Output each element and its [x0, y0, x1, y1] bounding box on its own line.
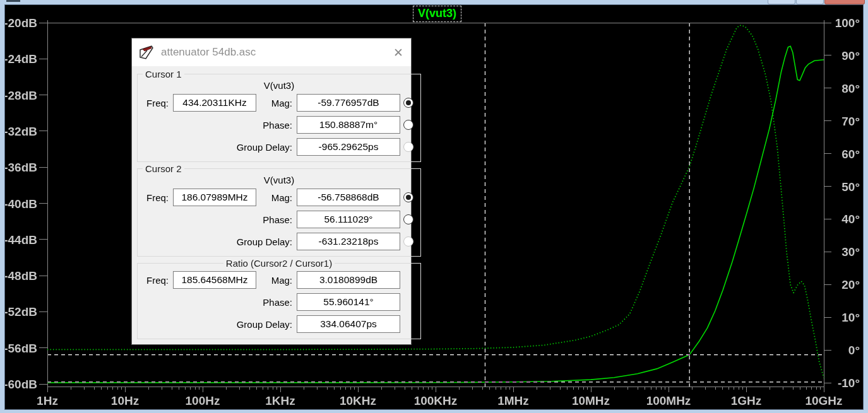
cursor1-freq-value[interactable]: 434.20311KHz [173, 94, 256, 112]
cursor1-mag-radio[interactable] [403, 98, 413, 108]
mag-label: Mag: [256, 192, 297, 203]
right-axis-tick-label[interactable]: 50° [841, 180, 860, 194]
left-axis-tick-label[interactable]: -56dB [5, 342, 37, 355]
right-axis-tick-label[interactable]: 100° [835, 16, 860, 30]
x-axis-tick-label[interactable]: 10KHz [340, 394, 376, 407]
window-minimize-button[interactable] [768, 0, 795, 4]
cursor2-group: Cursor 2 V(vut3) Freq: 186.07989MHz Mag:… [137, 163, 421, 257]
ratio-freq-value[interactable]: 185.64568MHz [173, 271, 256, 289]
group-delay-label: Group Delay: [144, 319, 297, 330]
freq-label: Freq: [144, 98, 173, 108]
cursor1-trace-name: V(vut3) [141, 80, 417, 91]
cursor2-caption: Cursor 2 [143, 163, 184, 174]
mag-label: Mag: [256, 98, 297, 108]
cursor-dialog: attenuator 54db.asc ✕ Cursor 1 V(vut3) F… [131, 38, 412, 345]
cursor2-group-delay-radio[interactable] [403, 236, 413, 247]
dialog-title: attenuator 54db.asc [161, 46, 393, 59]
ratio-caption: Ratio (Cursor2 / Cursor1) [223, 258, 335, 269]
right-axis-tick-label[interactable]: 70° [841, 115, 860, 128]
dialog-close-icon[interactable]: ✕ [393, 47, 403, 59]
cursor2-group-delay-value[interactable]: -631.23218ps [297, 233, 400, 250]
right-axis-tick-label[interactable]: 30° [841, 245, 860, 259]
cursor1-caption: Cursor 1 [143, 69, 184, 79]
right-axis-tick-label[interactable]: 80° [841, 82, 860, 95]
mag-label: Mag: [256, 275, 297, 286]
cursor2-mag-value[interactable]: -56.758868dB [297, 189, 400, 206]
ratio-group: Ratio (Cursor2 / Cursor1) Freq: 185.6456… [137, 258, 421, 339]
group-delay-label: Group Delay: [144, 142, 297, 153]
cursor2-phase-radio[interactable] [403, 214, 413, 224]
cursor2-trace-name: V(vut3) [141, 175, 417, 185]
right-axis-tick-label[interactable]: 10° [841, 311, 860, 324]
left-axis-tick-label[interactable]: -44dB [5, 233, 37, 247]
x-axis-tick-label[interactable]: 1MHz [497, 394, 529, 407]
ltspice-window: -20dB-24dB-28dB-32dB-36dB-40dB-44dB-48dB… [0, 0, 868, 413]
cursor1-phase-radio[interactable] [403, 120, 413, 130]
x-axis-tick-label[interactable]: 1Hz [37, 394, 58, 407]
x-axis-tick-label[interactable]: 100Hz [186, 394, 220, 407]
right-axis-tick-label[interactable]: 40° [841, 212, 860, 226]
right-axis-tick-label[interactable]: 90° [841, 49, 860, 62]
left-axis-tick-label[interactable]: -20dB [5, 16, 37, 30]
dialog-body: Cursor 1 V(vut3) Freq: 434.20311KHz Mag:… [132, 66, 411, 344]
left-axis-tick-label[interactable]: -48dB [5, 269, 37, 282]
x-axis-tick-label[interactable]: 100KHz [414, 394, 458, 407]
x-axis-tick-label[interactable]: 100MHz [646, 394, 691, 407]
left-axis-tick-label[interactable]: -60dB [5, 378, 37, 391]
right-axis-tick-label[interactable]: -10° [838, 376, 860, 390]
left-axis-tick-label[interactable]: -36dB [5, 161, 37, 174]
freq-label: Freq: [144, 192, 173, 203]
left-axis-tick-label[interactable]: -40dB [5, 197, 37, 211]
x-axis-tick-label[interactable]: 1KHz [265, 394, 295, 407]
cursor2-mag-radio[interactable] [403, 192, 413, 202]
cursor1-phase-value[interactable]: 150.88887m° [297, 116, 400, 134]
trace-title-label[interactable]: V(vut3) [413, 6, 461, 22]
cursor1-group-delay-value[interactable]: -965.29625ps [297, 138, 400, 156]
right-axis-tick-label[interactable]: 60° [841, 148, 860, 161]
x-axis-tick-label[interactable]: 10Hz [111, 394, 139, 407]
group-delay-label: Group Delay: [144, 236, 297, 247]
phase-label: Phase: [256, 120, 297, 131]
cursor2-phase-value[interactable]: 56.111029° [297, 211, 400, 228]
x-axis-tick-label[interactable]: 10GHz [805, 394, 842, 407]
window-caption-remnant [6, 0, 20, 2]
ratio-mag-value[interactable]: 3.0180899dB [297, 271, 400, 289]
x-axis-tick-label[interactable]: 1GHz [731, 394, 762, 407]
dialog-titlebar[interactable]: attenuator 54db.asc ✕ [132, 38, 411, 66]
x-axis-tick-label[interactable]: 10MHz [572, 394, 610, 407]
cursor1-group-delay-radio[interactable] [403, 142, 413, 152]
ratio-group-delay-value[interactable]: 334.06407ps [297, 315, 400, 333]
left-axis-tick-label[interactable]: -28dB [5, 89, 37, 102]
left-axis-tick-label[interactable]: -52dB [5, 305, 37, 318]
window-close-button[interactable] [824, 0, 865, 4]
phase-label: Phase: [256, 297, 297, 308]
left-axis-tick-label[interactable]: -24dB [5, 52, 37, 66]
cursor1-mag-value[interactable]: -59.776957dB [297, 94, 400, 112]
phase-label: Phase: [256, 214, 297, 225]
left-axis-tick-label[interactable]: -32dB [5, 125, 37, 138]
window-maximize-button[interactable] [796, 0, 824, 4]
ltspice-icon [138, 44, 155, 61]
freq-label: Freq: [144, 275, 173, 286]
cursor1-group: Cursor 1 V(vut3) Freq: 434.20311KHz Mag:… [137, 69, 421, 162]
cursor2-freq-value[interactable]: 186.07989MHz [173, 189, 256, 206]
ratio-phase-value[interactable]: 55.960141° [297, 293, 400, 311]
right-axis-tick-label[interactable]: 0° [848, 344, 860, 357]
right-axis-tick-label[interactable]: 20° [841, 278, 860, 291]
